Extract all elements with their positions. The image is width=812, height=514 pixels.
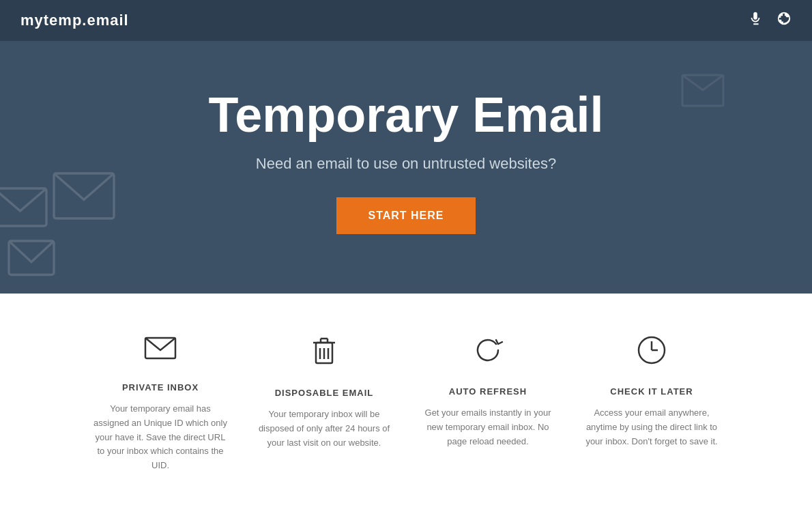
trash-icon xyxy=(256,334,392,374)
header-icon-group xyxy=(748,11,792,30)
mic-icon[interactable] xyxy=(748,11,763,30)
features-section: PRIVATE INBOX Your temporary email has a… xyxy=(0,294,812,514)
disposable-email-desc: Your temporary inbox will be disposed of… xyxy=(256,408,392,450)
refresh-icon xyxy=(420,334,556,373)
private-inbox-title: PRIVATE INBOX xyxy=(92,382,229,392)
auto-refresh-desc: Get your emails instantly in your new te… xyxy=(420,406,556,448)
hero-title: Temporary Email xyxy=(209,87,604,143)
svg-rect-3 xyxy=(682,75,723,106)
envelope-icon xyxy=(92,334,229,369)
globe-icon[interactable] xyxy=(777,11,792,30)
auto-refresh-title: AUTO REFRESH xyxy=(420,386,556,397)
svg-rect-2 xyxy=(9,241,54,275)
site-logo: mytemp.email xyxy=(20,12,129,29)
svg-rect-1 xyxy=(54,173,114,218)
start-here-button[interactable]: START HERE xyxy=(336,197,475,234)
site-header: mytemp.email xyxy=(0,0,812,41)
feature-auto-refresh: AUTO REFRESH Get your emails instantly i… xyxy=(406,334,570,473)
disposable-email-title: DISPOSABLE EMAIL xyxy=(256,388,392,398)
private-inbox-desc: Your temporary email has assigned an Uni… xyxy=(92,402,229,473)
check-it-later-title: CHECK IT LATER xyxy=(583,386,720,397)
hero-subtitle: Need an email to use on untrusted websit… xyxy=(256,155,556,173)
clock-icon xyxy=(583,334,720,373)
feature-private-inbox: PRIVATE INBOX Your temporary email has a… xyxy=(78,334,242,473)
feature-disposable-email: DISPOSABLE EMAIL Your temporary inbox wi… xyxy=(242,334,406,473)
svg-rect-0 xyxy=(0,188,46,226)
check-it-later-desc: Access your email anywhere, anytime by u… xyxy=(583,406,720,448)
hero-section: Temporary Email Need an email to use on … xyxy=(0,41,812,294)
feature-check-later: CHECK IT LATER Access your email anywher… xyxy=(570,334,734,473)
